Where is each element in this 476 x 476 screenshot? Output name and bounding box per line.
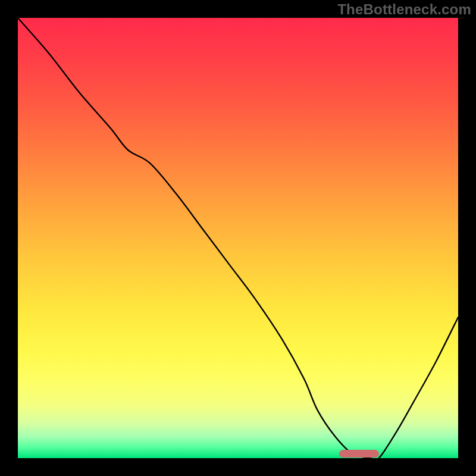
plot-area	[18, 18, 458, 458]
background-gradient	[18, 18, 458, 458]
watermark-text: TheBottleneck.com	[337, 1, 471, 18]
chart-frame: TheBottleneck.com	[0, 0, 476, 476]
